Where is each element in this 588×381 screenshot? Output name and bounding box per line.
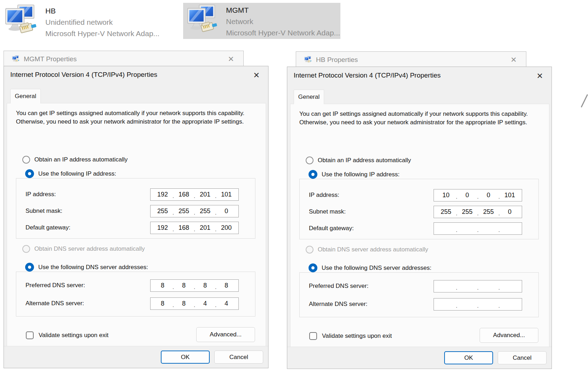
close-icon[interactable]: ✕ [508, 56, 520, 64]
dialog-footer: OK Cancel [4, 346, 268, 368]
tab-page-general: You can get IP settings assigned automat… [7, 103, 266, 347]
validate-settings-checkbox-row[interactable]: Validate settings upon exit [309, 332, 392, 340]
tab-general[interactable]: General [10, 89, 41, 103]
advanced-button[interactable]: Advanced... [480, 328, 538, 343]
intro-text: You can get IP settings assigned automat… [299, 110, 532, 126]
dialog-footer: OK Cancel [287, 347, 552, 369]
radio-icon [306, 246, 313, 254]
radio-label: Obtain an IP address automatically [318, 157, 411, 164]
ok-button[interactable]: OK [161, 351, 210, 364]
radio-label: Use the following DNS server addresses: [38, 264, 148, 271]
tab-general[interactable]: General [294, 90, 324, 104]
window-titlebar: MGMT Properties ✕ [4, 51, 243, 67]
intro-text: You can get IP settings assigned automat… [16, 109, 249, 126]
close-icon[interactable]: ✕ [250, 70, 263, 81]
radio-label: Obtain DNS server address automatically [318, 246, 428, 253]
ok-button[interactable]: OK [444, 351, 493, 364]
adapter-name: MGMT [226, 4, 340, 16]
ip-groupbox [16, 178, 255, 239]
background-window-fragment [581, 94, 588, 108]
adapter-name: HB [45, 5, 159, 17]
cancel-button[interactable]: Cancel [214, 351, 263, 364]
radio-label: Obtain DNS server address automatically [34, 245, 145, 252]
window-title: MGMT Properties [24, 55, 77, 63]
cancel-button[interactable]: Cancel [498, 351, 547, 364]
radio-icon[interactable] [22, 156, 30, 164]
radio-use-following-dns[interactable]: Use the following DNS server addresses: [25, 263, 152, 272]
radio-label: Use the following IP address: [322, 171, 400, 178]
adapter-network-status: Unidentified network [45, 17, 159, 28]
radio-obtain-ip-automatically[interactable]: Obtain an IP address automatically [306, 157, 414, 164]
dns-groupbox [299, 272, 539, 317]
dns-groupbox [16, 272, 255, 317]
radio-icon [22, 245, 30, 253]
close-icon[interactable]: ✕ [225, 55, 237, 63]
radio-icon[interactable] [306, 157, 313, 164]
adapter-device-name: Microsoft Hyper-V Network Adap... [45, 28, 159, 39]
radio-use-following-dns[interactable]: Use the following DNS server addresses: [309, 263, 435, 272]
radio-label: Obtain an IP address automatically [34, 156, 128, 163]
checkbox-icon[interactable] [309, 332, 317, 340]
window-titlebar: HB Properties ✕ [296, 52, 526, 68]
checkbox-label: Validate settings upon exit [39, 332, 108, 339]
window-title: HB Properties [316, 56, 358, 64]
adapter-device-name: Microsoft Hyper-V Network Adap... [226, 27, 340, 39]
radio-use-following-ip[interactable]: Use the following IP address: [309, 170, 403, 179]
radio-icon[interactable] [25, 169, 34, 178]
radio-obtain-dns-automatically: Obtain DNS server address automatically [22, 245, 148, 253]
radio-obtain-dns-automatically: Obtain DNS server address automatically [306, 246, 432, 254]
network-adapter-icon [186, 4, 217, 38]
advanced-button[interactable]: Advanced... [196, 327, 255, 342]
dialog-title: Internet Protocol Version 4 (TCP/IPv4) P… [10, 71, 157, 79]
network-adapter-mini-icon [12, 55, 19, 63]
radio-icon[interactable] [309, 263, 317, 272]
ip-groupbox [299, 179, 539, 239]
radio-use-following-ip[interactable]: Use the following IP address: [25, 169, 120, 178]
checkbox-label: Validate settings upon exit [322, 332, 392, 340]
ipv4-properties-dialog-mgmt: Internet Protocol Version 4 (TCP/IPv4) P… [4, 66, 268, 368]
desktop-screenshot: HB Unidentified network Microsoft Hyper-… [0, 0, 588, 381]
radio-obtain-ip-automatically[interactable]: Obtain an IP address automatically [22, 156, 131, 164]
adapter-item-hb[interactable]: HB Unidentified network Microsoft Hyper-… [4, 4, 159, 40]
close-icon[interactable]: ✕ [533, 70, 547, 82]
radio-label: Use the following IP address: [38, 170, 116, 177]
checkbox-icon[interactable] [26, 331, 34, 339]
adapter-network-status: Network [226, 16, 340, 27]
radio-label: Use the following DNS server addresses: [322, 265, 431, 272]
radio-icon[interactable] [309, 170, 317, 179]
tab-page-general: You can get IP settings assigned automat… [290, 104, 549, 347]
adapter-item-mgmt[interactable]: MGMT Network Microsoft Hyper-V Network A… [183, 3, 340, 39]
ipv4-properties-dialog-hb: Internet Protocol Version 4 (TCP/IPv4) P… [287, 67, 552, 369]
validate-settings-checkbox-row[interactable]: Validate settings upon exit [26, 331, 108, 339]
network-adapter-mini-icon [304, 56, 312, 64]
radio-icon[interactable] [25, 263, 34, 272]
network-adapter-icon [4, 4, 38, 38]
dialog-title: Internet Protocol Version 4 (TCP/IPv4) P… [294, 72, 441, 79]
